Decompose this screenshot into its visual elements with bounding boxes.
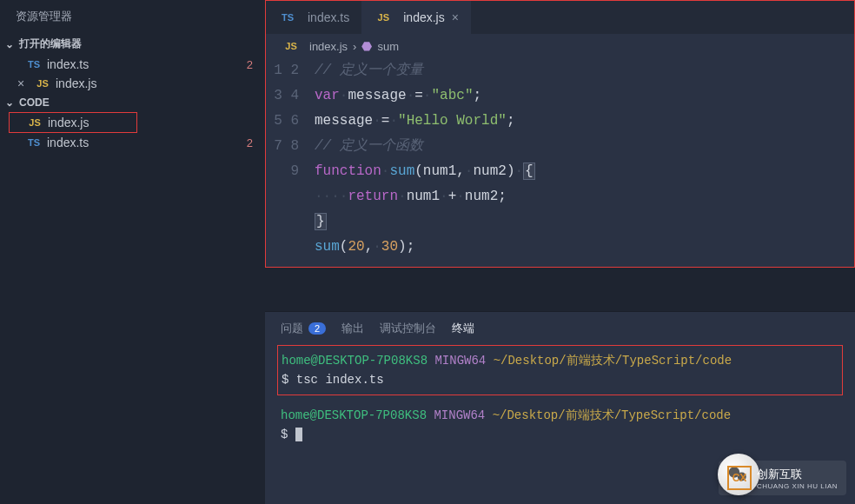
tab-label: index.js	[403, 10, 444, 24]
panel-tab-output[interactable]: 输出	[341, 321, 364, 336]
panel-tab-problems[interactable]: 问题 2	[281, 321, 326, 336]
tab-label: index.ts	[308, 10, 349, 24]
breadcrumb[interactable]: JS index.js › ⬣ sum	[266, 34, 854, 58]
open-editors-label: 打开的编辑器	[19, 36, 82, 51]
file-name: index.js	[56, 76, 96, 90]
term-prompt: $	[282, 373, 288, 387]
file-highlight: JS index.js	[9, 112, 137, 133]
tab-bar: TS index.ts JS index.js ×	[266, 1, 854, 34]
term-env: MINGW64	[434, 408, 485, 422]
ts-icon: TS	[24, 59, 43, 70]
problem-badge: 2	[247, 136, 253, 149]
file-item[interactable]: JS index.js	[10, 113, 136, 132]
brand-watermark: CX 创新互联 CHUANG XIN HU LIAN	[719, 461, 846, 495]
editor-area: TS index.ts JS index.js × JS index.js › …	[265, 0, 855, 504]
tab-index-ts[interactable]: TS index.ts	[266, 1, 361, 34]
js-icon: JS	[374, 12, 393, 23]
folder-header[interactable]: ⌄ CODE	[0, 93, 265, 112]
brand-logo: CX	[727, 466, 752, 490]
panel-tab-terminal[interactable]: 终端	[452, 321, 474, 336]
explorer-sidebar: 资源管理器 ⌄ 打开的编辑器 TS index.ts 2 × JS index.…	[0, 0, 265, 504]
tab-index-js[interactable]: JS index.js ×	[361, 1, 471, 34]
breadcrumb-symbol: sum	[377, 40, 399, 53]
ts-icon: TS	[278, 12, 297, 23]
close-icon[interactable]: ×	[17, 76, 33, 90]
js-icon: JS	[282, 41, 301, 51]
ts-icon: TS	[24, 137, 43, 148]
open-editors-header[interactable]: ⌄ 打开的编辑器	[0, 33, 265, 55]
term-user: home@DESKTOP-7P08KS8	[281, 408, 427, 422]
cube-icon: ⬣	[361, 39, 372, 53]
problems-count: 2	[308, 322, 326, 335]
file-name: index.js	[48, 116, 89, 129]
panel-tabs: 问题 2 输出 调试控制台 终端	[265, 312, 855, 345]
file-name: index.ts	[47, 136, 89, 149]
editor-highlight: TS index.ts JS index.js × JS index.js › …	[265, 0, 855, 268]
term-path: ~/Desktop/前端技术/TypeScript/code	[493, 408, 731, 422]
chevron-down-icon: ⌄	[5, 96, 17, 109]
close-icon[interactable]: ×	[452, 10, 459, 24]
chevron-down-icon: ⌄	[5, 38, 17, 50]
terminal[interactable]: home@DESKTOP-7P08KS8 MINGW64 ~/Desktop/前…	[265, 345, 855, 454]
brand-name: 创新互联	[757, 467, 838, 482]
file-item[interactable]: TS index.ts 2	[0, 133, 265, 152]
open-editor-item[interactable]: TS index.ts 2	[0, 55, 265, 74]
term-cmd: tsc index.ts	[296, 373, 384, 387]
term-env: MINGW64	[434, 354, 486, 368]
panel-tab-debug[interactable]: 调试控制台	[380, 321, 436, 336]
term-user: home@DESKTOP-7P08KS8	[282, 354, 428, 368]
spacer	[265, 268, 855, 311]
code-editor[interactable]: 1 2 3 4 5 6 7 8 9 // 定义一个变量 var·message·…	[266, 58, 854, 267]
js-icon: JS	[33, 78, 52, 89]
terminal-current: home@DESKTOP-7P08KS8 MINGW64 ~/Desktop/前…	[277, 401, 843, 449]
folder-label: CODE	[19, 96, 50, 109]
brand-sub: CHUANG XIN HU LIAN	[757, 482, 838, 490]
problem-badge: 2	[247, 58, 253, 71]
line-numbers: 1 2 3 4 5 6 7 8 9	[266, 58, 315, 260]
explorer-title: 资源管理器	[0, 0, 265, 33]
terminal-history-highlight: home@DESKTOP-7P08KS8 MINGW64 ~/Desktop/前…	[277, 345, 843, 395]
js-icon: JS	[25, 117, 44, 128]
term-prompt: $	[281, 428, 288, 441]
term-path: ~/Desktop/前端技术/TypeScript/code	[494, 354, 732, 368]
code-content[interactable]: // 定义一个变量 var·message·=·"abc"; message·=…	[315, 58, 854, 260]
breadcrumb-file: index.js	[309, 40, 348, 53]
open-editor-item[interactable]: × JS index.js	[0, 74, 265, 93]
file-name: index.ts	[47, 57, 89, 71]
terminal-cursor	[295, 428, 302, 441]
chevron-right-icon: ›	[353, 40, 356, 53]
